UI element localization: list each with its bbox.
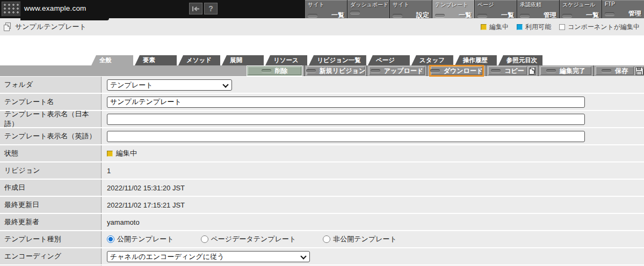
copy-button[interactable]: コピー xyxy=(488,66,527,75)
nav-dashboard[interactable]: ダッシュボード xyxy=(348,0,389,18)
folder-select[interactable]: テンプレート xyxy=(107,79,232,91)
back-button[interactable] xyxy=(189,3,202,14)
tab-pages[interactable]: ページ xyxy=(368,55,410,65)
pagedata-template-radio[interactable] xyxy=(201,235,208,243)
created-value: 2022/11/02 15:31:20 JST xyxy=(107,184,185,192)
help-button[interactable]: ? xyxy=(204,3,218,14)
display-name-en-label: テンプレート表示名（英語） xyxy=(0,128,102,144)
revision-label: リビジョン xyxy=(0,162,102,179)
topbar-tab-shape xyxy=(20,18,109,20)
tab-general[interactable]: 全般 xyxy=(91,55,133,65)
tab-staff[interactable]: スタッフ xyxy=(411,55,453,65)
action-toolbar: 削除 新規リビジョン アップロード ダウンロード コピー 編集完了 保存 xyxy=(0,65,644,76)
created-label: 作成日 xyxy=(0,180,102,196)
template-name-label: テンプレート名 xyxy=(0,94,102,110)
download-button[interactable]: ダウンロード xyxy=(431,66,482,75)
editing-status-swatch xyxy=(481,24,487,30)
save-icon-button[interactable] xyxy=(635,66,644,75)
template-name-input[interactable] xyxy=(107,97,585,108)
nav-pill-icon xyxy=(477,14,487,17)
nav-pill-icon xyxy=(393,14,402,17)
radio-option-public-template[interactable]: 公開テンプレート xyxy=(107,234,174,244)
tab-methods[interactable]: メソッド xyxy=(178,55,220,65)
public-template-radio[interactable] xyxy=(107,235,114,243)
toolbar-separator xyxy=(366,65,367,76)
copy-icon-button[interactable] xyxy=(528,66,536,75)
toolbar-separator xyxy=(486,65,487,76)
toolbar-separator xyxy=(426,65,428,76)
status-editing-swatch xyxy=(107,151,113,157)
nav-template-list[interactable]: テンプレート 一覧 xyxy=(432,0,474,18)
private-template-radio[interactable] xyxy=(323,235,330,243)
display-name-ja-input[interactable] xyxy=(107,114,585,125)
status-value: 編集中 xyxy=(116,149,137,158)
legend-available: 利用可能 xyxy=(517,23,551,32)
form-row-display-name-en: テンプレート表示名（英語） xyxy=(0,128,644,144)
toolbar-separator xyxy=(304,65,305,76)
toolbar-separator xyxy=(593,65,594,76)
form-row-status: 状態 編集中 xyxy=(0,145,644,161)
button-pill-icon xyxy=(306,69,316,72)
toolbar-separator xyxy=(538,65,539,76)
status-legend: 編集中 利用可能 コンポーネントが編集中 xyxy=(481,23,640,32)
updated-value: 2022/11/02 17:15:21 JST xyxy=(107,201,185,209)
download-button-highlight: ダウンロード xyxy=(429,65,484,77)
back-arrow-icon xyxy=(192,6,200,12)
save-button[interactable]: 保存 xyxy=(596,66,634,75)
tab-expansion[interactable]: 展開 xyxy=(222,55,264,65)
page-header: サンプルテンプレート 編集中 利用可能 コンポーネントが編集中 xyxy=(0,18,644,35)
nav-pill-icon xyxy=(520,14,530,17)
nav-pill-icon xyxy=(308,14,317,17)
form-row-display-name-ja: テンプレート表示名（日本語） xyxy=(0,111,644,127)
tab-revision-list[interactable]: リビジョン一覧 xyxy=(309,55,366,65)
button-pill-icon xyxy=(602,69,611,72)
nav-pill-icon xyxy=(435,14,445,17)
site-domain-label: www.example.com xyxy=(24,4,86,12)
template-document-icon xyxy=(3,23,12,31)
template-general-form: フォルダ テンプレート テンプレート名 テンプレート表示名（日本語） テンプレー… xyxy=(0,77,644,266)
available-status-swatch xyxy=(517,24,523,30)
form-row-folder: フォルダ テンプレート xyxy=(0,77,644,93)
form-row-revision: リビジョン 1 xyxy=(0,162,644,179)
copy-icon xyxy=(529,67,536,75)
encoding-select[interactable]: チャネルのエンコーディングに従う xyxy=(107,251,310,262)
nav-pill-icon xyxy=(605,12,614,16)
display-name-en-input[interactable] xyxy=(107,131,585,142)
top-bar: www.example.com ? サイト 一覧 ダッシュボード サイト 設定 … xyxy=(0,0,644,18)
floppy-disk-icon xyxy=(635,67,643,75)
component-editing-status-swatch xyxy=(559,24,565,30)
edit-complete-button[interactable]: 編集完了 xyxy=(540,66,591,75)
button-pill-icon xyxy=(546,69,556,72)
tab-reference-index[interactable]: 参照元目次 xyxy=(498,55,543,65)
radio-option-pagedata-template[interactable]: ページデータテンプレート xyxy=(201,234,296,244)
updated-by-value: yamamoto xyxy=(107,218,140,226)
nav-ftp-management[interactable]: FTP 管理 xyxy=(602,0,644,18)
page-title: サンプルテンプレート xyxy=(3,22,86,32)
tab-resources[interactable]: リソース xyxy=(265,55,307,65)
nav-site-list[interactable]: サイト 一覧 xyxy=(305,0,347,18)
tab-elements[interactable]: 要素 xyxy=(135,55,177,65)
nav-approval-management[interactable]: 承認依頼 管理 xyxy=(517,0,559,18)
radio-option-private-template[interactable]: 非公開テンプレート xyxy=(323,234,397,244)
grid-dots-icon xyxy=(4,4,19,14)
app-grid-menu-button[interactable] xyxy=(1,1,21,17)
legend-component-editing: コンポーネントが編集中 xyxy=(559,23,640,32)
button-pill-icon xyxy=(262,69,271,72)
nav-schedule-list[interactable]: スケジュール 一覧 xyxy=(560,0,602,18)
revision-value: 1 xyxy=(107,167,111,175)
new-revision-button[interactable]: 新規リビジョン xyxy=(307,66,365,75)
form-row-encoding: エンコーディング チャネルのエンコーディングに従う xyxy=(0,248,644,264)
template-type-label: テンプレート種別 xyxy=(0,231,102,247)
button-pill-icon xyxy=(430,69,440,72)
tab-operation-history[interactable]: 操作履歴 xyxy=(455,55,497,65)
status-label: 状態 xyxy=(0,145,102,161)
page-title-text: サンプルテンプレート xyxy=(15,22,86,32)
form-row-template-type: テンプレート種別 公開テンプレート ページデータテンプレート 非公開テンプレート xyxy=(0,231,644,247)
updated-label: 最終更新日 xyxy=(0,197,102,213)
form-row-updated-by: 最終更新者 yamamoto xyxy=(0,214,644,230)
nav-page-list[interactable]: ページ 一覧 xyxy=(475,0,517,18)
upload-button[interactable]: アップロード xyxy=(369,66,425,75)
nav-site-settings[interactable]: サイト 設定 xyxy=(390,0,432,18)
updated-by-label: 最終更新者 xyxy=(0,214,102,230)
delete-button[interactable]: 削除 xyxy=(248,66,301,75)
